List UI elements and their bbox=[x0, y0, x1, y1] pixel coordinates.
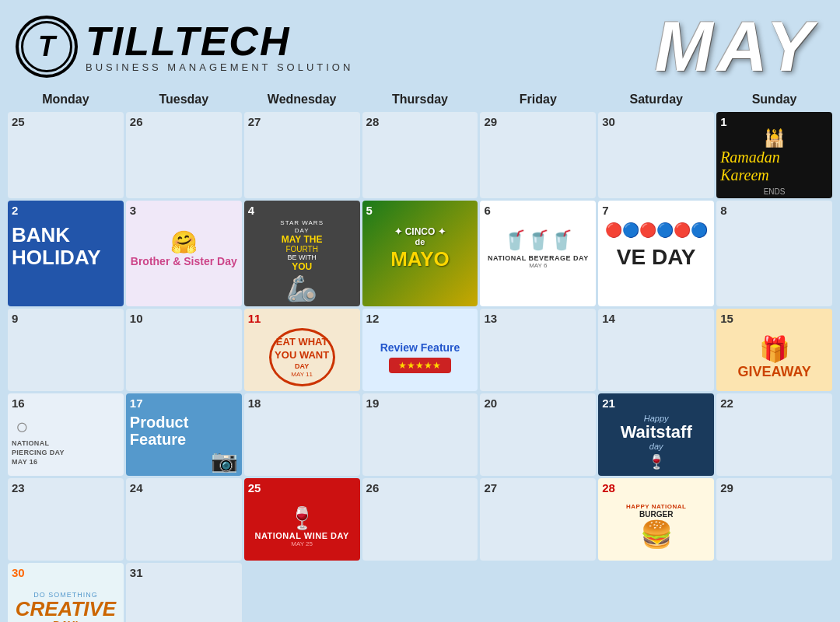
filler-3 bbox=[480, 563, 596, 622]
day-wednesday: Wednesday bbox=[244, 89, 360, 110]
logo-icon: T bbox=[16, 16, 78, 78]
burger-icon: 🍔 bbox=[640, 519, 673, 550]
day-22: 22 bbox=[716, 393, 832, 476]
burger-text: BURGER bbox=[639, 510, 673, 519]
bank-holiday-text: BANK HOLIDAY bbox=[12, 224, 120, 268]
logo-text: TILLTECH BUSINESS MANAGEMENT SOLUTION bbox=[86, 21, 353, 73]
cinco-text: ✦ CINCO ✦ de MAYO bbox=[390, 226, 450, 272]
starwars-line1: STAR WARS bbox=[280, 219, 324, 227]
day-9: 9 bbox=[8, 309, 124, 391]
wine-content: 🍷 NATIONAL WINE DAY MAY 25 bbox=[248, 495, 356, 557]
veday-content: 🔴🔵🔴🔵🔴🔵 VE DAY bbox=[602, 218, 710, 280]
ramadan-content: 🕌 Ramadan Kareem ENDS bbox=[720, 129, 828, 195]
day-2-bank-holiday: 2 BANK HOLIDAY bbox=[8, 201, 124, 306]
day-25-prev: 25 bbox=[8, 112, 124, 198]
day-15-giveaway: 15 🎁 GIVEAWAY bbox=[716, 309, 832, 391]
product-content: Product Feature 📷 bbox=[130, 411, 238, 473]
giveaway-text: GIVEAWAY bbox=[737, 364, 810, 380]
starwars-with: BE WITH bbox=[287, 253, 317, 261]
burger-happy-text: HAPPY NATIONAL bbox=[626, 503, 686, 510]
beverage-cups-icon: 🥤🥤🥤 bbox=[503, 229, 573, 251]
starwars-line2: DAY bbox=[295, 227, 310, 235]
day-headers: Monday Tuesday Wednesday Thursday Friday… bbox=[8, 89, 832, 110]
wine-date: MAY 25 bbox=[291, 540, 313, 547]
burger-content: HAPPY NATIONAL BURGER 🍔 bbox=[602, 495, 710, 557]
day-29-prev: 29 bbox=[480, 112, 596, 198]
day-tuesday: Tuesday bbox=[126, 89, 242, 110]
day-25-wine: 25 🍷 NATIONAL WINE DAY MAY 25 bbox=[244, 478, 360, 561]
stars-icon: ★★★★★ bbox=[398, 360, 441, 371]
day-20: 20 bbox=[480, 393, 596, 476]
waitstaff-happy: Happy bbox=[644, 414, 669, 423]
day-24: 24 bbox=[126, 478, 242, 561]
giveaway-content: 🎁 GIVEAWAY bbox=[720, 326, 828, 388]
eatwhat-content: EAT WHAT YOU WANT DAY MAY 11 bbox=[248, 326, 356, 388]
starwars-may: MAY THE bbox=[282, 234, 323, 245]
day-14: 14 bbox=[598, 309, 714, 391]
day-6-beverage: 6 🥤🥤🥤 NATIONAL BEVERAGE DAY MAY 6 bbox=[480, 201, 596, 306]
logo-letter: T bbox=[38, 30, 55, 63]
day-31: 31 bbox=[126, 563, 242, 622]
piercing-text: NATIONALPIERCING DAYMAY 16 bbox=[12, 439, 65, 466]
eatwhat-date: MAY 11 bbox=[291, 371, 313, 378]
starwars-fourth: FOURTH bbox=[285, 245, 317, 253]
waitstaff-wine-icon: 🍷 bbox=[648, 453, 665, 470]
veday-bunting-icon: 🔴🔵🔴🔵🔴🔵 bbox=[605, 222, 708, 239]
day-17-product: 17 Product Feature 📷 bbox=[126, 393, 242, 476]
day-friday: Friday bbox=[480, 89, 596, 110]
day-1-ramadan: 1 🕌 Ramadan Kareem ENDS bbox=[716, 112, 832, 198]
day-thursday: Thursday bbox=[362, 89, 478, 110]
review-title: Review Feature bbox=[380, 341, 460, 354]
day-28-burger: 28 HAPPY NATIONAL BURGER 🍔 bbox=[598, 478, 714, 561]
day-12-review: 12 Review Feature ★★★★★ bbox=[362, 309, 478, 391]
company-name: TILLTECH bbox=[86, 21, 353, 61]
company-tagline: BUSINESS MANAGEMENT SOLUTION bbox=[86, 61, 353, 73]
waitstaff-content: Happy Waitstaff day 🍷 bbox=[602, 411, 710, 473]
day-27-prev: 27 bbox=[244, 112, 360, 198]
filler-5 bbox=[716, 563, 832, 622]
starwars-content: STAR WARS DAY MAY THE FOURTH BE WITH YOU… bbox=[248, 218, 356, 303]
day-16-piercing: 16 ○ NATIONALPIERCING DAYMAY 16 bbox=[8, 393, 124, 476]
day-19: 19 bbox=[362, 393, 478, 476]
day-18: 18 bbox=[244, 393, 360, 476]
eatwhat-line1: EAT WHAT bbox=[276, 336, 328, 349]
eatwhat-line3: DAY bbox=[295, 362, 309, 372]
brother-sister-text: Brother & Sister Day bbox=[131, 255, 237, 268]
beverage-text: NATIONAL BEVERAGE DAY bbox=[488, 254, 589, 262]
day-5-cinco-de-mayo: 5 ✦ CINCO ✦ de MAYO bbox=[362, 201, 478, 306]
day-23: 23 bbox=[8, 478, 124, 561]
waitstaff-day: day bbox=[649, 442, 663, 451]
filler-1 bbox=[244, 563, 360, 622]
day-26-prev: 26 bbox=[126, 112, 242, 198]
day-29: 29 bbox=[716, 478, 832, 561]
camera-icon: 📷 bbox=[211, 448, 238, 473]
brother-sister-icon: 🤗 bbox=[170, 229, 198, 255]
day-saturday: Saturday bbox=[598, 89, 714, 110]
day-21-waitstaff: 21 Happy Waitstaff day 🍷 bbox=[598, 393, 714, 476]
creative-text: CREATIVE bbox=[16, 599, 117, 619]
starwars-you: YOU bbox=[292, 261, 312, 272]
darth-vader-icon: 🦾 bbox=[286, 274, 317, 303]
calendar-grid: 25 26 27 28 29 30 1 🕌 Ramadan Kareem END… bbox=[8, 112, 832, 622]
product-feature-text: Product Feature bbox=[130, 414, 238, 448]
day-26: 26 bbox=[362, 478, 478, 561]
day-3-brother-sister: 3 🤗 Brother & Sister Day bbox=[126, 201, 242, 306]
day-4-starwars: 4 STAR WARS DAY MAY THE FOURTH BE WITH Y… bbox=[244, 201, 360, 306]
ramadan-skyline-icon: 🕌 bbox=[764, 128, 785, 149]
ramadan-ends: ENDS bbox=[764, 187, 786, 196]
creative-content: DO SOMETHING CREATIVE DAY! bbox=[12, 580, 120, 622]
day-11-eatwhat: 11 EAT WHAT YOU WANT DAY MAY 11 bbox=[244, 309, 360, 391]
eatwhat-badge: EAT WHAT YOU WANT DAY MAY 11 bbox=[269, 328, 335, 386]
day-27: 27 bbox=[480, 478, 596, 561]
day-30-creative: 30 DO SOMETHING CREATIVE DAY! bbox=[8, 563, 124, 622]
beverage-content: 🥤🥤🥤 NATIONAL BEVERAGE DAY MAY 6 bbox=[484, 218, 592, 280]
piercing-content: ○ NATIONALPIERCING DAYMAY 16 bbox=[12, 411, 120, 473]
beverage-date: MAY 6 bbox=[529, 262, 547, 269]
calendar: Monday Tuesday Wednesday Thursday Friday… bbox=[0, 89, 840, 622]
day-7-veday: 7 🔴🔵🔴🔵🔴🔵 VE DAY bbox=[598, 201, 714, 306]
day-sunday: Sunday bbox=[716, 89, 832, 110]
day-8: 8 bbox=[716, 201, 832, 306]
wine-glass-icon: 🍷 bbox=[289, 505, 316, 531]
waitstaff-text: Waitstaff bbox=[621, 423, 692, 442]
wine-text: NATIONAL WINE DAY bbox=[254, 531, 348, 540]
